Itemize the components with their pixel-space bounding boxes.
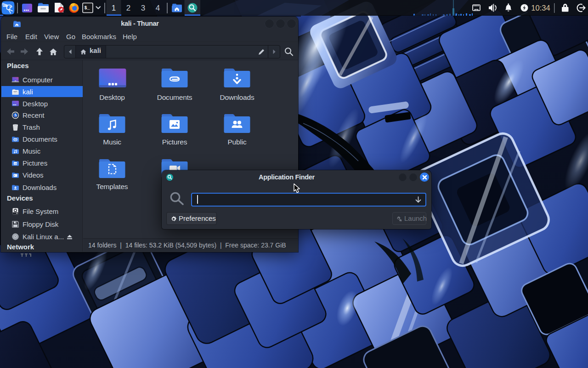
svg-text:3: 3	[141, 4, 145, 12]
svg-text:$_: $_	[85, 6, 90, 11]
svg-text:1: 1	[112, 4, 116, 12]
svg-text:10:34: 10:34	[531, 4, 550, 12]
svg-text:2: 2	[126, 4, 130, 12]
svg-text:4: 4	[156, 4, 160, 12]
